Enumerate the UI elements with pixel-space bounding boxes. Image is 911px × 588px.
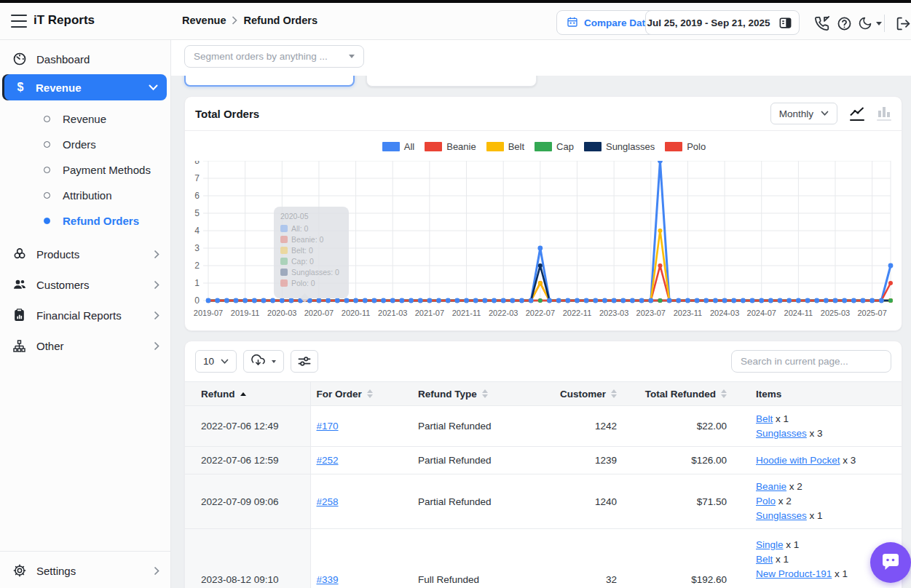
date-range-input[interactable]: Jul 25, 2019 - Sep 21, 2025 bbox=[646, 17, 771, 28]
legend-label: Polo bbox=[687, 141, 706, 152]
sidebar-group-products[interactable]: Products bbox=[0, 242, 171, 266]
item-qty: x 1 bbox=[773, 413, 789, 424]
chevron-right-icon bbox=[154, 341, 159, 351]
items-cell: Belt x 1Sunglasses x 3 bbox=[736, 406, 902, 447]
col-header-refund-type[interactable]: Refund Type bbox=[412, 382, 521, 406]
sidebar-item-payment-methods[interactable]: Payment Methods bbox=[0, 159, 171, 180]
col-header-total-refunded[interactable]: Total Refunded bbox=[627, 382, 736, 406]
legend-swatch bbox=[486, 142, 504, 151]
item-link[interactable]: New Product-191 bbox=[756, 568, 832, 579]
search-input[interactable] bbox=[731, 350, 891, 373]
item-link[interactable]: Single bbox=[756, 539, 784, 550]
item-link[interactable]: Polo bbox=[756, 496, 776, 506]
legend-label: Belt bbox=[508, 141, 524, 152]
svg-text:2024-11: 2024-11 bbox=[784, 309, 813, 317]
item-line: Belt x 1 bbox=[756, 412, 902, 426]
order-link[interactable]: #258 bbox=[317, 496, 339, 507]
legend-item-sunglasses[interactable]: Sunglasses bbox=[584, 141, 655, 152]
hamburger-menu-icon[interactable] bbox=[11, 15, 27, 28]
theme-moon-icon[interactable] bbox=[856, 15, 883, 32]
sidebar-item-refund-orders[interactable]: Refund Orders bbox=[0, 210, 171, 231]
sort-icons[interactable] bbox=[721, 389, 727, 398]
customers-icon bbox=[12, 277, 27, 293]
granularity-select[interactable]: Monthly bbox=[770, 103, 837, 124]
tooltip-row: All: 0 bbox=[280, 223, 342, 234]
legend-label: All bbox=[404, 141, 414, 152]
sidebar-group-other[interactable]: Other bbox=[0, 333, 171, 358]
item-qty: x 1 bbox=[807, 510, 823, 521]
svg-text:2020-03: 2020-03 bbox=[267, 309, 296, 317]
sidebar-group-revenue[interactable]: $ Revenue bbox=[4, 74, 167, 100]
svg-text:2024-03: 2024-03 bbox=[710, 309, 739, 317]
sort-icons[interactable] bbox=[482, 389, 488, 398]
sidebar-item-attribution[interactable]: Attribution bbox=[0, 184, 171, 206]
col-header-for-order[interactable]: For Order bbox=[310, 382, 412, 406]
item-link[interactable]: Sunglasses bbox=[756, 510, 807, 521]
item-qty: x 1 bbox=[784, 539, 800, 550]
export-button[interactable] bbox=[243, 350, 284, 373]
logout-icon[interactable] bbox=[894, 15, 911, 32]
order-link[interactable]: #339 bbox=[317, 574, 339, 585]
svg-text:6: 6 bbox=[194, 191, 200, 201]
legend-item-beanie[interactable]: Beanie bbox=[425, 141, 476, 152]
legend-item-cap[interactable]: Cap bbox=[535, 141, 574, 152]
item-link[interactable]: Hoodie with Pocket bbox=[756, 455, 840, 466]
item-link[interactable]: Belt bbox=[756, 554, 773, 565]
help-icon[interactable] bbox=[835, 15, 853, 32]
sidebar-group-financial-reports[interactable]: Financial Reports bbox=[0, 303, 171, 327]
line-chart-toggle[interactable] bbox=[849, 106, 865, 122]
sidebar-item-dashboard[interactable]: Dashboard bbox=[0, 47, 171, 71]
order-link[interactable]: #170 bbox=[317, 421, 339, 432]
bullet-icon bbox=[44, 141, 50, 148]
legend-item-all[interactable]: All bbox=[382, 141, 414, 152]
sidebar-item-revenue[interactable]: Revenue bbox=[0, 108, 171, 130]
svg-text:8: 8 bbox=[194, 161, 200, 166]
call-incoming-icon[interactable] bbox=[813, 15, 830, 32]
for-order-cell: #170 bbox=[310, 406, 412, 447]
breadcrumb-parent[interactable]: Revenue bbox=[182, 15, 226, 26]
segment-select[interactable]: Segment orders by anything ... bbox=[184, 45, 364, 68]
legend-item-belt[interactable]: Belt bbox=[486, 141, 524, 152]
total-refunded-cell: $192.60 bbox=[627, 529, 736, 588]
col-header-refund[interactable]: Refund bbox=[185, 382, 310, 406]
svg-text:2020-07: 2020-07 bbox=[304, 309, 334, 317]
column-filter-button[interactable] bbox=[291, 350, 318, 373]
svg-text:2021-11: 2021-11 bbox=[452, 309, 481, 317]
table-row: 2022-07-09 09:06#258Partial Refunded1240… bbox=[185, 474, 902, 529]
svg-text:7: 7 bbox=[194, 173, 200, 183]
bar-chart-toggle[interactable] bbox=[877, 106, 891, 122]
chevron-right-icon bbox=[154, 250, 159, 259]
sidebar-item-orders[interactable]: Orders bbox=[0, 133, 171, 155]
gauge-icon bbox=[12, 52, 27, 67]
svg-text:2: 2 bbox=[194, 261, 200, 271]
sort-icons[interactable] bbox=[367, 389, 373, 398]
sort-icons[interactable] bbox=[611, 389, 617, 398]
legend-item-polo[interactable]: Polo bbox=[665, 141, 706, 152]
app-title: iT Reports bbox=[33, 13, 95, 28]
svg-text:4: 4 bbox=[194, 226, 200, 236]
item-link[interactable]: Beanie bbox=[756, 481, 786, 492]
sort-asc-icon[interactable] bbox=[240, 392, 246, 396]
sidebar-item-settings[interactable]: Settings bbox=[0, 558, 171, 583]
customer-cell: 32 bbox=[521, 529, 627, 588]
date-panel-toggle-button[interactable] bbox=[771, 11, 799, 34]
axis-x-labels: 2019-072019-112020-032020-072020-112021-… bbox=[194, 309, 887, 317]
sliders-icon bbox=[298, 355, 311, 368]
col-header-customer[interactable]: Customer bbox=[521, 382, 627, 406]
sidebar-group-customers[interactable]: Customers bbox=[0, 272, 171, 297]
order-link[interactable]: #252 bbox=[317, 455, 339, 466]
legend-swatch bbox=[425, 142, 442, 151]
page-size-select[interactable]: 10 bbox=[195, 350, 237, 373]
item-link[interactable]: Sunglasses bbox=[756, 428, 807, 439]
bullet-icon bbox=[44, 218, 50, 224]
item-link[interactable]: Belt bbox=[756, 413, 773, 424]
svg-text:2019-07: 2019-07 bbox=[194, 309, 223, 317]
bullet-icon bbox=[44, 116, 50, 122]
legend-label: Sunglasses bbox=[606, 141, 655, 152]
total-orders-chart-card: Total Orders Monthly AllBeanieBeltCapSun… bbox=[184, 96, 902, 331]
chat-widget-button[interactable] bbox=[870, 542, 911, 583]
chevron-down-icon bbox=[821, 111, 829, 116]
table-row: 2022-07-06 12:59#252Partial Refunded1239… bbox=[185, 447, 902, 474]
theme-caret-icon bbox=[876, 22, 882, 25]
item-qty: x 2 bbox=[786, 481, 802, 492]
